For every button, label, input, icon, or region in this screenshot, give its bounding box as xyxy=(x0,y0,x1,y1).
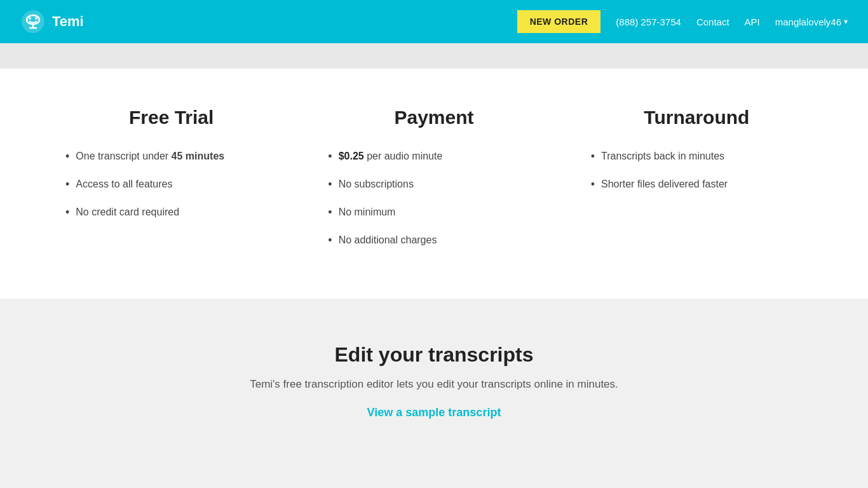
main-content: Free Trial One transcript under 45 minut… xyxy=(0,69,868,299)
logo-area: Temi xyxy=(20,9,517,34)
turnaround-title: Turnaround xyxy=(591,107,803,128)
svg-point-4 xyxy=(29,17,31,20)
payment-item-2: No subscriptions xyxy=(339,177,414,192)
list-item: Transcripts back in minutes xyxy=(591,149,803,165)
features-grid: Free Trial One transcript under 45 minut… xyxy=(53,107,815,261)
turnaround-list: Transcripts back in minutes Shorter file… xyxy=(591,149,803,193)
free-trial-item-1: One transcript under 45 minutes xyxy=(76,149,224,164)
free-trial-list: One transcript under 45 minutes Access t… xyxy=(65,149,277,221)
payment-title: Payment xyxy=(328,107,539,128)
payment-item-4: No additional charges xyxy=(339,233,437,248)
edit-title: Edit your transcripts xyxy=(51,343,817,367)
list-item: No subscriptions xyxy=(328,177,539,193)
new-order-button[interactable]: NEW ORDER xyxy=(517,10,601,33)
free-trial-item-2: Access to all features xyxy=(76,177,172,192)
svg-point-0 xyxy=(22,10,44,33)
price-value: $0.25 xyxy=(339,151,364,161)
free-trial-item-3: No credit card required xyxy=(76,205,179,220)
api-link[interactable]: API xyxy=(745,17,760,27)
turnaround-item-1: Transcripts back in minutes xyxy=(601,149,724,164)
user-menu[interactable]: manglalovely46 xyxy=(775,17,848,27)
payment-price-item: $0.25 per audio minute xyxy=(339,149,443,164)
free-trial-title: Free Trial xyxy=(65,107,277,128)
list-item: No additional charges xyxy=(328,233,539,249)
free-trial-column: Free Trial One transcript under 45 minut… xyxy=(53,107,290,261)
list-item: $0.25 per audio minute xyxy=(328,149,539,165)
nav-area: NEW ORDER (888) 257-3754 Contact API man… xyxy=(517,10,848,33)
sub-header-band xyxy=(0,43,868,69)
list-item: One transcript under 45 minutes xyxy=(65,149,277,165)
logo-text: Temi xyxy=(52,13,84,30)
payment-column: Payment $0.25 per audio minute No subscr… xyxy=(315,107,552,261)
edit-section: Edit your transcripts Temi's free transc… xyxy=(0,299,868,470)
contact-link[interactable]: Contact xyxy=(696,17,729,27)
list-item: Access to all features xyxy=(65,177,277,193)
sample-transcript-link[interactable]: View a sample transcript xyxy=(367,406,501,419)
turnaround-item-2: Shorter files delivered faster xyxy=(601,177,728,192)
payment-item-3: No minimum xyxy=(339,205,396,220)
temi-logo-icon xyxy=(20,9,46,34)
nav-phone: (888) 257-3754 xyxy=(616,17,681,27)
list-item: Shorter files delivered faster xyxy=(591,177,803,193)
svg-point-5 xyxy=(35,17,37,20)
list-item: No credit card required xyxy=(65,205,277,221)
edit-subtitle: Temi's free transcription editor lets yo… xyxy=(51,378,817,391)
payment-list: $0.25 per audio minute No subscriptions … xyxy=(328,149,539,249)
turnaround-column: Turnaround Transcripts back in minutes S… xyxy=(578,107,815,261)
list-item: No minimum xyxy=(328,205,539,221)
